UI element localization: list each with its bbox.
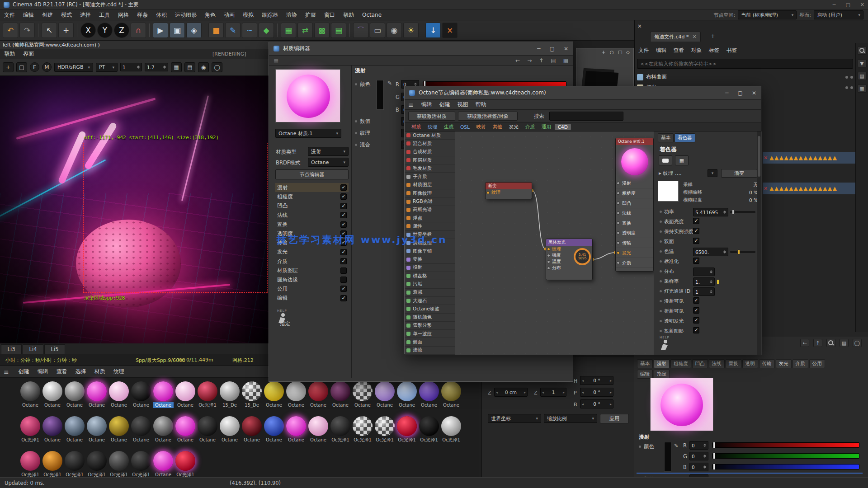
menu-运动图形[interactable]: 运动图形 [171, 10, 201, 20]
browser-menu-查看[interactable]: 查看 [52, 366, 71, 377]
material-item[interactable]: Octane [352, 381, 373, 408]
instance-icon[interactable]: ▩ [314, 23, 330, 38]
material-swatch[interactable] [220, 416, 240, 436]
om-menu-书签[interactable]: 书签 [726, 47, 737, 54]
material-swatch[interactable] [419, 416, 439, 436]
gradient-node[interactable]: 渐变 纹理 [485, 182, 532, 199]
zoom-icon[interactable]: □ [618, 50, 622, 55]
material-name-field[interactable]: Octane 材质.1▾ [275, 129, 341, 138]
channel-置换[interactable]: 置换✓ [275, 220, 349, 229]
value-field[interactable]: 1 [693, 287, 715, 296]
maximize-button[interactable]: ▢ [738, 90, 743, 96]
camera-icon[interactable]: ◇ [626, 50, 630, 55]
node-type-材质图层[interactable]: 材质图层 [405, 181, 455, 189]
layout-tab-Li3[interactable]: Li3 [1, 344, 22, 354]
lock-icon[interactable]: ▤ [551, 57, 556, 64]
material-swatch[interactable] [87, 416, 107, 436]
move-icon[interactable]: + [58, 23, 74, 38]
material-item[interactable]: Octane [286, 416, 307, 443]
visibility-dot[interactable] [845, 76, 848, 79]
material-item[interactable]: Oc光泽1 [131, 451, 151, 478]
checkbox[interactable]: ✓ [693, 228, 699, 234]
layout-icon[interactable]: ▦ [563, 57, 568, 64]
node-tab-介质[interactable]: 介质 [522, 123, 538, 131]
material-swatch[interactable] [153, 381, 173, 401]
material-swatch[interactable] [42, 381, 62, 401]
get-active-tag-button[interactable]: 获取激活标签/对象 [458, 112, 518, 121]
node-type-单一波纹[interactable]: 单一波纹 [405, 330, 455, 338]
node-type-变换[interactable]: 变换 [405, 255, 455, 263]
scale-mode-dropdown[interactable]: 缩放比例▾ [544, 414, 597, 423]
gradient-texture-port[interactable]: 纹理 [486, 189, 532, 196]
cube-icon[interactable]: ■ [208, 23, 224, 38]
material-port-凹凸[interactable]: 凹凸 [616, 198, 653, 208]
attr-tab-漫射[interactable]: 漫射 [654, 359, 670, 368]
material-item[interactable]: Oc光泽1 [86, 451, 107, 478]
material-port-粗糙度[interactable]: 粗糙度 [616, 188, 653, 198]
undo-icon[interactable]: ↶ [3, 23, 18, 38]
material-item[interactable]: 15_De [241, 381, 262, 408]
checkbox[interactable]: ✓ [693, 238, 699, 244]
up-icon[interactable]: ↑ [813, 339, 822, 347]
live-selection-icon[interactable]: ↖ [42, 23, 57, 38]
menu-网格[interactable]: 网格 [114, 10, 133, 20]
channel-checkbox[interactable]: ✓ [340, 193, 347, 200]
node-type-Octane噪波[interactable]: Octane噪波 [405, 305, 455, 313]
material-item[interactable]: Octane [374, 381, 395, 408]
material-swatch[interactable] [153, 451, 173, 471]
channel-公用[interactable]: 公用✓ [275, 284, 349, 293]
blackbody-port-纹理[interactable]: 纹理 [546, 246, 574, 252]
material-swatch[interactable] [375, 381, 395, 401]
material-item[interactable]: Oc光泽1 [419, 416, 439, 443]
material-swatch[interactable] [109, 381, 129, 401]
scrollbar-accent[interactable] [637, 473, 863, 474]
node-type-浮点[interactable]: 浮点 [405, 214, 455, 222]
menu-编辑[interactable]: 编辑 [19, 10, 38, 20]
lock-icon[interactable]: ▤ [858, 72, 867, 80]
channel-粗糙度[interactable]: 粗糙度✓ [275, 192, 349, 201]
octane-download-icon[interactable]: ↓ [425, 23, 441, 38]
node-type-投射[interactable]: 投射 [405, 264, 455, 272]
menu-文件[interactable]: 文件 [0, 10, 19, 20]
material-item[interactable]: Oc光泽1 [197, 381, 218, 408]
material-swatch[interactable] [242, 381, 262, 401]
node-menu-创建[interactable]: 创建 [436, 101, 453, 108]
material-item[interactable]: Octane [175, 381, 196, 408]
material-preview-card[interactable] [650, 378, 713, 431]
node-type-大理石[interactable]: 大理石 [405, 297, 455, 305]
shader-tab-着色器[interactable]: 着色器 [675, 133, 695, 142]
blackbody-port-分布[interactable]: 分布 [546, 265, 574, 271]
scale-z-field[interactable]: ◂1▸ [540, 388, 566, 397]
gradient-preview-swatch[interactable] [658, 181, 679, 202]
add-button[interactable]: + [3, 62, 14, 72]
hamburger-icon[interactable]: ≡ [274, 57, 279, 64]
material-item[interactable]: Octane [264, 381, 284, 408]
channel-法线[interactable]: 法线✓ [275, 211, 349, 220]
material-swatch[interactable] [65, 451, 85, 471]
material-editor-titlebar[interactable]: 材质编辑器 ─ ▢ ✕ [269, 42, 573, 56]
panel-close-icon[interactable]: ✕ [637, 23, 642, 29]
checkbox[interactable]: ✓ [693, 317, 699, 324]
render-picture-viewer-icon[interactable]: ▣ [170, 23, 185, 38]
brdf-mode-dropdown[interactable]: Octane▾ [308, 158, 349, 167]
material-item[interactable]: Octane [419, 381, 439, 408]
material-item[interactable]: Octane [86, 381, 107, 408]
material-swatch[interactable] [330, 416, 350, 436]
material-item[interactable]: Octane [108, 381, 129, 408]
material-swatch[interactable] [87, 451, 107, 471]
material-type-dropdown[interactable]: 漫射▾ [308, 147, 349, 156]
menu-Octane[interactable]: Octane [358, 10, 386, 20]
node-type-RGB光谱[interactable]: RGB光谱 [405, 197, 455, 206]
region-button[interactable]: □ [16, 62, 27, 72]
layout-tab-Li4[interactable]: Li4 [23, 344, 43, 354]
deformer-icon[interactable]: ⌒ [353, 23, 368, 38]
material-port-透明度[interactable]: 透明度 [616, 228, 653, 238]
material-item[interactable]: Octane [197, 416, 218, 443]
node-menu-帮助[interactable]: 帮助 [472, 101, 490, 108]
camera-icon[interactable]: ◉ [387, 23, 402, 38]
lock-icon[interactable]: ▤ [840, 339, 849, 347]
material-swatch[interactable] [264, 416, 284, 436]
render-settings-icon[interactable]: ◈ [186, 23, 202, 38]
material-port-传输[interactable]: 传输 [616, 238, 653, 248]
material-item[interactable]: Oc光泽1 [20, 416, 41, 443]
